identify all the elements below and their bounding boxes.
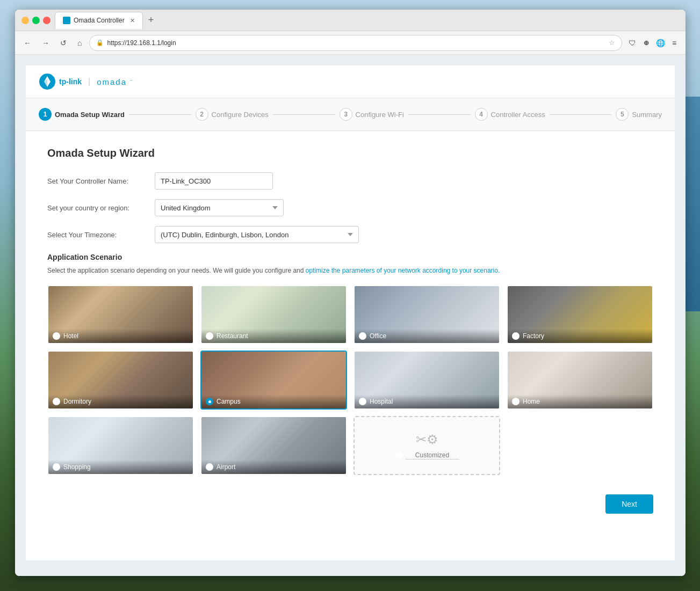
page-content: tp-link | omada ~ 1 Omada Setup Wizard 2… — [15, 55, 685, 576]
scenario-grid: Hotel Restaurant Office Factory Dormitor… — [47, 285, 653, 475]
divider: | — [88, 77, 90, 86]
scenario-overlay-airport: Airport — [201, 460, 346, 474]
scenario-overlay-hospital: Hospital — [355, 395, 499, 408]
step-5-label: Summary — [632, 111, 662, 119]
step-1: 1 Omada Setup Wizard — [39, 108, 125, 121]
scenario-card-airport[interactable]: Airport — [200, 416, 347, 475]
scenario-label-hospital: Hospital — [370, 398, 393, 405]
scenario-label-campus: Campus — [217, 398, 241, 405]
wizard-steps: 1 Omada Setup Wizard 2 Configure Devices… — [26, 98, 675, 131]
step-4-circle: 4 — [475, 108, 488, 121]
tplink-logo: tp-link | omada ~ — [39, 73, 134, 90]
maximize-button[interactable] — [32, 17, 40, 24]
radio-restaurant[interactable] — [206, 332, 213, 340]
tab-favicon — [63, 17, 70, 24]
browser-titlebar: Omada Controller ✕ + — [15, 10, 685, 31]
step-4: 4 Controller Access — [475, 108, 545, 121]
scenario-label-airport: Airport — [217, 463, 235, 471]
step-1-circle: 1 — [39, 108, 52, 121]
controller-name-input[interactable] — [155, 172, 273, 189]
shield-icon[interactable]: 🛡 — [626, 37, 638, 49]
scenario-card-factory[interactable]: Factory — [507, 285, 653, 344]
footer-row: Next — [47, 486, 653, 514]
country-label: Set your country or region: — [47, 204, 155, 212]
next-button[interactable]: Next — [605, 494, 653, 514]
toolbar-icons: 🛡 ⊕ 🌐 ≡ — [626, 37, 680, 49]
timezone-label: Select Your Timezone: — [47, 231, 155, 239]
scenario-overlay-factory: Factory — [508, 329, 652, 343]
radio-hospital[interactable] — [359, 398, 366, 405]
step-3-label: Configure Wi-Fi — [356, 111, 404, 119]
scenario-card-campus[interactable]: Campus — [200, 351, 347, 410]
step-3-circle: 3 — [340, 108, 352, 121]
step-2-label: Configure Devices — [212, 111, 269, 119]
radio-campus[interactable] — [206, 398, 213, 405]
tplink-header: tp-link | omada ~ — [26, 65, 675, 98]
scenario-label-hotel: Hotel — [63, 332, 78, 340]
step-line-4 — [550, 114, 612, 115]
browser-toolbar: ← → ↺ ⌂ 🔒 https://192.168.1.1/login ☆ 🛡 … — [15, 31, 685, 55]
address-bar[interactable]: 🔒 https://192.168.1.1/login ☆ — [89, 35, 622, 51]
back-button[interactable]: ← — [20, 37, 34, 49]
country-select[interactable]: United Kingdom United States Germany — [155, 199, 284, 216]
scenario-card-home[interactable]: Home — [507, 351, 653, 410]
new-tab-button[interactable]: + — [145, 14, 157, 26]
tab-title: Omada Controller — [74, 17, 125, 24]
scenario-label-factory: Factory — [523, 332, 544, 340]
radio-home[interactable] — [512, 398, 519, 405]
scenario-card-shopping[interactable]: Shopping — [47, 416, 194, 475]
step-2-circle: 2 — [196, 108, 208, 121]
tab-close-icon[interactable]: ✕ — [130, 17, 135, 24]
step-line-3 — [408, 114, 471, 115]
browser-tab[interactable]: Omada Controller ✕ — [55, 12, 143, 29]
scenario-card-restaurant[interactable]: Restaurant — [200, 285, 347, 344]
timezone-row: Select Your Timezone: (UTC) Dublin, Edin… — [47, 226, 653, 243]
refresh-button[interactable]: ↺ — [57, 37, 70, 49]
scenario-overlay-shopping: Shopping — [48, 460, 193, 474]
step-5-circle: 5 — [616, 108, 629, 121]
country-row: Set your country or region: United Kingd… — [47, 199, 653, 216]
star-icon[interactable]: ☆ — [609, 39, 615, 47]
form-title: Omada Setup Wizard — [47, 147, 653, 159]
minimize-button[interactable] — [21, 17, 29, 24]
scenario-overlay-restaurant: Restaurant — [201, 329, 346, 343]
customized-input[interactable] — [406, 451, 459, 459]
scenario-section-desc: Select the application scenario dependin… — [47, 266, 653, 275]
scenario-overlay-home: Home — [508, 395, 652, 408]
controller-name-label: Set Your Controller Name: — [47, 177, 155, 185]
timezone-select[interactable]: (UTC) Dublin, Edinburgh, Lisbon, London … — [155, 226, 359, 243]
close-button[interactable] — [43, 17, 50, 24]
browser-window: Omada Controller ✕ + ← → ↺ ⌂ 🔒 https://1… — [15, 10, 685, 576]
radio-shopping[interactable] — [53, 463, 60, 471]
radio-customized[interactable] — [395, 451, 402, 459]
scenario-card-office[interactable]: Office — [353, 285, 500, 344]
browser-icon[interactable]: 🌐 — [654, 37, 666, 49]
scenario-card-hospital[interactable]: Hospital — [353, 351, 500, 410]
scenario-card-dormitory[interactable]: Dormitory — [47, 351, 194, 410]
scenario-label-dormitory: Dormitory — [63, 398, 91, 405]
scenario-overlay-campus: Campus — [201, 395, 346, 408]
radio-factory[interactable] — [512, 332, 519, 340]
home-button[interactable]: ⌂ — [74, 37, 85, 49]
scenario-card-hotel[interactable]: Hotel — [47, 285, 194, 344]
menu-icon[interactable]: ≡ — [668, 37, 680, 49]
product-name: omada ~ — [97, 77, 134, 86]
scenario-overlay-hotel: Hotel — [48, 329, 193, 343]
radio-hotel[interactable] — [53, 332, 60, 340]
url-text: https://192.168.1.1/login — [107, 39, 605, 47]
step-5: 5 Summary — [616, 108, 662, 121]
extensions-icon[interactable]: ⊕ — [640, 37, 652, 49]
window-controls — [21, 17, 50, 24]
scenario-label-office: Office — [370, 332, 386, 340]
radio-airport[interactable] — [206, 463, 213, 471]
scenario-card-customized[interactable]: ✂⚙ — [353, 416, 500, 475]
brand-name: tp-link — [59, 77, 82, 86]
forward-button[interactable]: → — [39, 37, 53, 49]
radio-office[interactable] — [359, 332, 366, 340]
scenario-label-restaurant: Restaurant — [217, 332, 248, 340]
scenario-overlay-dormitory: Dormitory — [48, 395, 193, 408]
scenario-label-home: Home — [523, 398, 540, 405]
step-3: 3 Configure Wi-Fi — [340, 108, 404, 121]
step-line-1 — [129, 114, 191, 115]
radio-dormitory[interactable] — [53, 398, 60, 405]
